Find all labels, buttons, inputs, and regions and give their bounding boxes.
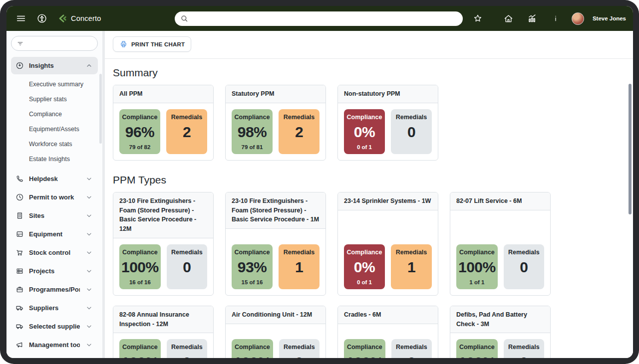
insights-chart-button[interactable] xyxy=(525,11,540,26)
sidebar-item-equipment[interactable]: Equipment xyxy=(11,225,98,243)
tile-value: 100% xyxy=(458,256,496,279)
sidebar-item-projects[interactable]: Projects xyxy=(11,262,98,280)
tile-label: Remedials xyxy=(393,249,430,256)
accessibility-button[interactable] xyxy=(34,11,49,26)
tile-sub: 16 of 16 xyxy=(121,279,159,286)
sidebar-subitem-compliance[interactable]: Compliance xyxy=(11,107,98,122)
print-chart-button[interactable]: PRINT THE CHART xyxy=(113,36,191,52)
global-search-input[interactable] xyxy=(192,15,457,22)
sidebar-item-label: Selected supplier xyxy=(29,323,80,330)
sidebar-item-suppliers[interactable]: Suppliers xyxy=(11,299,98,317)
sidebar-subitem-supplier-stats[interactable]: Supplier stats xyxy=(11,92,98,107)
sidebar-filter xyxy=(11,36,98,51)
chevron-down-icon xyxy=(85,175,93,183)
card-title: Non-statutory PPM xyxy=(338,85,438,103)
sidebar-item-label: Projects xyxy=(29,267,80,275)
sidebar-item-label: Helpdesk xyxy=(29,175,80,182)
compliance-tile: Compliance100%5 of 5 xyxy=(344,339,385,358)
tile-label: Remedials xyxy=(281,344,318,351)
remedials-tile: Remedials0 xyxy=(391,109,432,154)
cart-icon xyxy=(15,248,24,257)
tile-value: 93% xyxy=(234,256,271,279)
main-scrollbar-thumb[interactable] xyxy=(629,84,632,214)
chevron-down-icon xyxy=(85,304,93,312)
compliance-tile: Compliance0%0 of 1 xyxy=(344,244,385,289)
remedials-tile: Remedials0 xyxy=(167,339,207,358)
sidebar-item-insights[interactable]: Insights xyxy=(11,57,98,74)
remedials-tile: Remedials0 xyxy=(391,339,432,358)
tile-value: 0 xyxy=(506,351,542,358)
app-body: InsightsExecutive summarySupplier statsC… xyxy=(6,31,633,358)
sidebar-item-stock-control[interactable]: Stock control xyxy=(11,244,98,261)
sidebar-item-sites[interactable]: Sites xyxy=(11,207,98,224)
favorites-button[interactable] xyxy=(470,11,485,26)
tile-label: Compliance xyxy=(346,114,383,121)
tile-label: Compliance xyxy=(346,344,383,351)
phone-icon xyxy=(15,175,24,183)
menu-button[interactable] xyxy=(13,11,28,26)
tile-sub: 0 of 1 xyxy=(346,144,383,151)
tile-label: Remedials xyxy=(393,114,430,121)
sidebar-item-label: Equipment xyxy=(29,230,80,238)
sidebar-scrollbar-thumb[interactable] xyxy=(99,74,102,144)
compliance-tile: Compliance100%1 of 1 xyxy=(456,339,498,358)
tile-value: 1 xyxy=(281,256,318,279)
remedials-tile: Remedials1 xyxy=(279,244,320,289)
card-title: Defibs, Pad And Battery Check - 3M xyxy=(450,306,550,334)
ppm-card-23-10-fire-extinguishers-foam-stored-pre: 23-10 Fire Extinguishers - Foam (Stored … xyxy=(225,192,326,296)
compliance-tile: Compliance0%0 of 1 xyxy=(344,109,385,154)
ppm-cards-row-1: 23-10 Fire Extinguishers - Foam (Stored … xyxy=(113,192,625,296)
bar-chart-icon xyxy=(527,13,538,24)
tile-sub: 0 of 1 xyxy=(346,279,383,286)
tile-sub-spacer xyxy=(281,144,318,151)
tile-label: Compliance xyxy=(346,249,383,256)
tile-label: Remedials xyxy=(169,344,205,351)
tile-value: 0 xyxy=(393,121,430,144)
compliance-tile: Compliance100%1 of 1 xyxy=(456,244,498,289)
tile-label: Compliance xyxy=(121,344,159,351)
ppm-card-air-conditioning-unit-12m: Air Conditioning Unit - 12MCompliance100… xyxy=(225,306,326,358)
app-window: Concerto xyxy=(6,6,633,358)
sidebar-item-label: Suppliers xyxy=(29,304,80,312)
sidebar-item-permit-to-work[interactable]: Permit to work xyxy=(11,188,98,206)
sidebar-item-selected-supplier[interactable]: Selected supplier xyxy=(11,318,98,335)
info-button[interactable] xyxy=(548,11,563,26)
brand[interactable]: Concerto xyxy=(57,13,101,23)
hamburger-icon xyxy=(15,13,26,24)
tile-value: 2 xyxy=(281,121,318,144)
compliance-tile: Compliance96%79 of 82 xyxy=(119,109,160,154)
card-title: 23-14 Sprinkler Systems - 1W xyxy=(338,192,438,210)
card-title: 82-08 Annual Insurance Inspection - 12M xyxy=(113,306,213,334)
card-title: 23-10 Fire Extinguishers - Foam (Stored … xyxy=(113,192,213,238)
tile-value: 100% xyxy=(234,351,271,358)
sidebar-item-management-tools[interactable]: Management tools xyxy=(11,336,98,354)
home-icon xyxy=(503,13,514,24)
tile-value: 0 xyxy=(393,351,430,358)
grid-icon xyxy=(15,267,24,275)
sidebar-subitem-estate-insights[interactable]: Estate Insights xyxy=(11,152,98,167)
megaphone-icon xyxy=(15,341,24,349)
sidebar-filter-input[interactable] xyxy=(27,40,104,47)
print-chart-label: PRINT THE CHART xyxy=(131,41,185,47)
tile-sub-spacer xyxy=(506,279,542,286)
tile-value: 0% xyxy=(346,121,383,144)
chevron-down-icon xyxy=(85,341,93,349)
compliance-tile: Compliance100%1 of 1 xyxy=(119,339,161,358)
sidebar-item-label: Insights xyxy=(29,62,80,69)
ppm-types-section: PPM Types 23-10 Fire Extinguishers - Foa… xyxy=(113,174,625,358)
sidebar-subitem-workforce-stats[interactable]: Workforce stats xyxy=(11,137,98,152)
tile-value: 2 xyxy=(168,121,205,144)
sidebar-item-label: Stock control xyxy=(29,249,80,256)
sidebar-item-helpdesk[interactable]: Helpdesk xyxy=(11,170,98,187)
sidebar-subitem-executive-summary[interactable]: Executive summary xyxy=(11,77,98,92)
tile-sub-spacer xyxy=(281,279,318,286)
tile-sub-spacer xyxy=(168,144,205,151)
sidebar-subitem-equipment-assets[interactable]: Equipment/Assets xyxy=(11,122,98,137)
user-avatar[interactable] xyxy=(572,12,584,25)
compliance-tile: Compliance100%3 of 3 xyxy=(232,339,273,358)
card-body: Compliance0%0 of 1Remedials0 xyxy=(338,103,438,160)
home-button[interactable] xyxy=(501,11,516,26)
sidebar-item-programmes-portfolios[interactable]: Programmes/Portfolios xyxy=(11,281,98,298)
concerto-logo-icon xyxy=(57,13,67,23)
ppm-card-82-08-annual-insurance-inspection-12m: 82-08 Annual Insurance Inspection - 12MC… xyxy=(113,306,214,358)
